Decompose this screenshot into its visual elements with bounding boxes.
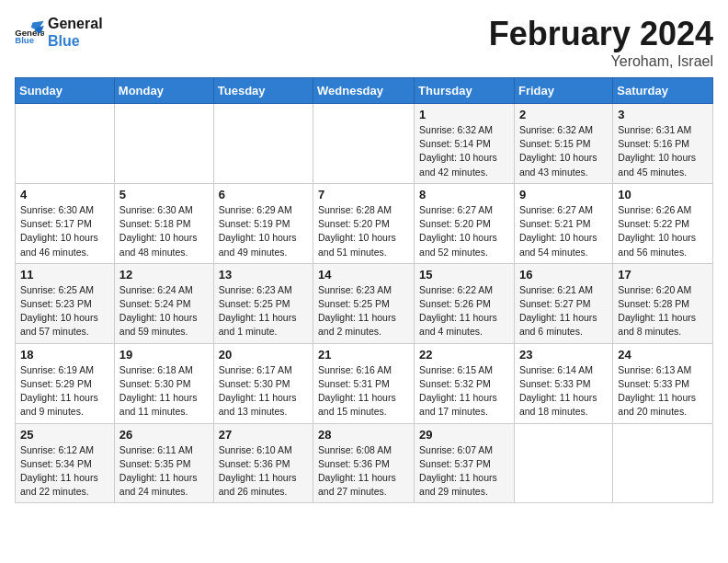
calendar-cell: 2Sunrise: 6:32 AMSunset: 5:15 PMDaylight… bbox=[514, 104, 612, 184]
day-info: Sunrise: 6:11 AMSunset: 5:35 PMDaylight:… bbox=[119, 443, 209, 500]
calendar-cell: 3Sunrise: 6:31 AMSunset: 5:16 PMDaylight… bbox=[613, 104, 713, 184]
day-number: 23 bbox=[519, 348, 608, 362]
day-number: 28 bbox=[318, 428, 409, 442]
day-info: Sunrise: 6:14 AMSunset: 5:33 PMDaylight:… bbox=[519, 363, 608, 419]
calendar-cell: 29Sunrise: 6:07 AMSunset: 5:37 PMDayligh… bbox=[415, 423, 515, 503]
day-number: 6 bbox=[219, 188, 308, 201]
day-number: 25 bbox=[20, 428, 109, 442]
calendar-cell: 16Sunrise: 6:21 AMSunset: 5:27 PMDayligh… bbox=[514, 263, 612, 343]
calendar-week-1: 1Sunrise: 6:32 AMSunset: 5:14 PMDaylight… bbox=[16, 104, 713, 184]
day-info: Sunrise: 6:32 AMSunset: 5:15 PMDaylight:… bbox=[519, 123, 608, 179]
day-info: Sunrise: 6:30 AMSunset: 5:18 PMDaylight:… bbox=[119, 203, 209, 259]
day-number: 26 bbox=[119, 428, 209, 442]
calendar-week-4: 18Sunrise: 6:19 AMSunset: 5:29 PMDayligh… bbox=[16, 343, 713, 423]
calendar-cell: 27Sunrise: 6:10 AMSunset: 5:36 PMDayligh… bbox=[213, 423, 313, 503]
day-number: 2 bbox=[519, 108, 608, 121]
day-info: Sunrise: 6:16 AMSunset: 5:31 PMDaylight:… bbox=[318, 363, 409, 419]
calendar-week-3: 11Sunrise: 6:25 AMSunset: 5:23 PMDayligh… bbox=[16, 263, 713, 343]
calendar-cell: 1Sunrise: 6:32 AMSunset: 5:14 PMDaylight… bbox=[415, 104, 515, 184]
weekday-header-tuesday: Tuesday bbox=[213, 78, 313, 104]
day-info: Sunrise: 6:32 AMSunset: 5:14 PMDaylight:… bbox=[419, 123, 509, 179]
day-number: 20 bbox=[219, 348, 308, 362]
calendar-cell: 23Sunrise: 6:14 AMSunset: 5:33 PMDayligh… bbox=[514, 343, 612, 423]
day-number: 4 bbox=[20, 188, 109, 201]
day-info: Sunrise: 6:23 AMSunset: 5:25 PMDaylight:… bbox=[219, 283, 308, 339]
calendar-cell: 21Sunrise: 6:16 AMSunset: 5:31 PMDayligh… bbox=[313, 343, 415, 423]
calendar-cell: 12Sunrise: 6:24 AMSunset: 5:24 PMDayligh… bbox=[114, 263, 213, 343]
calendar-cell: 4Sunrise: 6:30 AMSunset: 5:17 PMDaylight… bbox=[16, 183, 115, 263]
day-number: 29 bbox=[419, 428, 509, 442]
day-info: Sunrise: 6:15 AMSunset: 5:32 PMDaylight:… bbox=[419, 363, 509, 419]
calendar-cell: 25Sunrise: 6:12 AMSunset: 5:34 PMDayligh… bbox=[16, 423, 115, 503]
day-info: Sunrise: 6:27 AMSunset: 5:20 PMDaylight:… bbox=[419, 203, 509, 259]
calendar-cell: 18Sunrise: 6:19 AMSunset: 5:29 PMDayligh… bbox=[16, 343, 115, 423]
page-header: General Blue General Blue February 2024 … bbox=[15, 15, 713, 70]
calendar-cell: 10Sunrise: 6:26 AMSunset: 5:22 PMDayligh… bbox=[613, 183, 713, 263]
day-number: 11 bbox=[20, 268, 109, 282]
day-info: Sunrise: 6:28 AMSunset: 5:20 PMDaylight:… bbox=[318, 203, 409, 259]
calendar-cell: 14Sunrise: 6:23 AMSunset: 5:25 PMDayligh… bbox=[313, 263, 415, 343]
day-info: Sunrise: 6:17 AMSunset: 5:30 PMDaylight:… bbox=[219, 363, 308, 419]
calendar-cell: 5Sunrise: 6:30 AMSunset: 5:18 PMDaylight… bbox=[114, 183, 213, 263]
day-info: Sunrise: 6:21 AMSunset: 5:27 PMDaylight:… bbox=[519, 283, 608, 339]
day-number: 12 bbox=[119, 268, 209, 282]
day-number: 1 bbox=[419, 108, 509, 121]
calendar-cell: 11Sunrise: 6:25 AMSunset: 5:23 PMDayligh… bbox=[16, 263, 115, 343]
weekday-header-friday: Friday bbox=[514, 78, 612, 104]
calendar-cell: 28Sunrise: 6:08 AMSunset: 5:36 PMDayligh… bbox=[313, 423, 415, 503]
location-subtitle: Yeroham, Israel bbox=[489, 53, 713, 70]
calendar-cell: 9Sunrise: 6:27 AMSunset: 5:21 PMDaylight… bbox=[514, 183, 612, 263]
day-number: 13 bbox=[219, 268, 308, 282]
calendar-cell: 8Sunrise: 6:27 AMSunset: 5:20 PMDaylight… bbox=[415, 183, 515, 263]
day-info: Sunrise: 6:07 AMSunset: 5:37 PMDaylight:… bbox=[419, 443, 509, 500]
day-info: Sunrise: 6:27 AMSunset: 5:21 PMDaylight:… bbox=[519, 203, 608, 259]
day-number: 9 bbox=[519, 188, 608, 201]
weekday-header-wednesday: Wednesday bbox=[313, 78, 415, 104]
calendar-cell bbox=[213, 104, 313, 184]
day-number: 5 bbox=[119, 188, 209, 201]
day-number: 3 bbox=[618, 108, 708, 121]
calendar-cell: 6Sunrise: 6:29 AMSunset: 5:19 PMDaylight… bbox=[213, 183, 313, 263]
month-title: February 2024 bbox=[489, 15, 713, 53]
day-number: 19 bbox=[119, 348, 209, 362]
day-info: Sunrise: 6:10 AMSunset: 5:36 PMDaylight:… bbox=[219, 443, 308, 500]
day-number: 10 bbox=[618, 188, 708, 201]
day-number: 16 bbox=[519, 268, 608, 282]
day-info: Sunrise: 6:20 AMSunset: 5:28 PMDaylight:… bbox=[618, 283, 708, 339]
logo-icon: General Blue bbox=[15, 19, 44, 45]
day-number: 24 bbox=[618, 348, 708, 362]
day-info: Sunrise: 6:26 AMSunset: 5:22 PMDaylight:… bbox=[618, 203, 708, 259]
logo-general: General bbox=[48, 15, 103, 32]
calendar-cell: 15Sunrise: 6:22 AMSunset: 5:26 PMDayligh… bbox=[415, 263, 515, 343]
day-info: Sunrise: 6:30 AMSunset: 5:17 PMDaylight:… bbox=[20, 203, 109, 259]
day-number: 15 bbox=[419, 268, 509, 282]
weekday-header-thursday: Thursday bbox=[415, 78, 515, 104]
day-number: 17 bbox=[618, 268, 708, 282]
day-number: 18 bbox=[20, 348, 109, 362]
weekday-header-monday: Monday bbox=[114, 78, 213, 104]
calendar-cell: 22Sunrise: 6:15 AMSunset: 5:32 PMDayligh… bbox=[415, 343, 515, 423]
calendar-cell: 26Sunrise: 6:11 AMSunset: 5:35 PMDayligh… bbox=[114, 423, 213, 503]
day-info: Sunrise: 6:13 AMSunset: 5:33 PMDaylight:… bbox=[618, 363, 708, 419]
weekday-header-saturday: Saturday bbox=[613, 78, 713, 104]
title-section: February 2024 Yeroham, Israel bbox=[489, 15, 713, 70]
calendar-cell bbox=[313, 104, 415, 184]
day-info: Sunrise: 6:08 AMSunset: 5:36 PMDaylight:… bbox=[318, 443, 409, 500]
calendar-cell bbox=[514, 423, 612, 503]
day-number: 21 bbox=[318, 348, 409, 362]
day-number: 14 bbox=[318, 268, 409, 282]
calendar-cell: 24Sunrise: 6:13 AMSunset: 5:33 PMDayligh… bbox=[613, 343, 713, 423]
day-info: Sunrise: 6:24 AMSunset: 5:24 PMDaylight:… bbox=[119, 283, 209, 339]
calendar-cell bbox=[16, 104, 115, 184]
day-info: Sunrise: 6:23 AMSunset: 5:25 PMDaylight:… bbox=[318, 283, 409, 339]
day-info: Sunrise: 6:12 AMSunset: 5:34 PMDaylight:… bbox=[20, 443, 109, 500]
weekday-header-sunday: Sunday bbox=[16, 78, 115, 104]
calendar-cell: 13Sunrise: 6:23 AMSunset: 5:25 PMDayligh… bbox=[213, 263, 313, 343]
day-number: 8 bbox=[419, 188, 509, 201]
day-info: Sunrise: 6:31 AMSunset: 5:16 PMDaylight:… bbox=[618, 123, 708, 179]
day-number: 27 bbox=[219, 428, 308, 442]
day-info: Sunrise: 6:18 AMSunset: 5:30 PMDaylight:… bbox=[119, 363, 209, 419]
calendar-cell: 17Sunrise: 6:20 AMSunset: 5:28 PMDayligh… bbox=[613, 263, 713, 343]
calendar-cell: 7Sunrise: 6:28 AMSunset: 5:20 PMDaylight… bbox=[313, 183, 415, 263]
svg-text:Blue: Blue bbox=[15, 35, 34, 45]
